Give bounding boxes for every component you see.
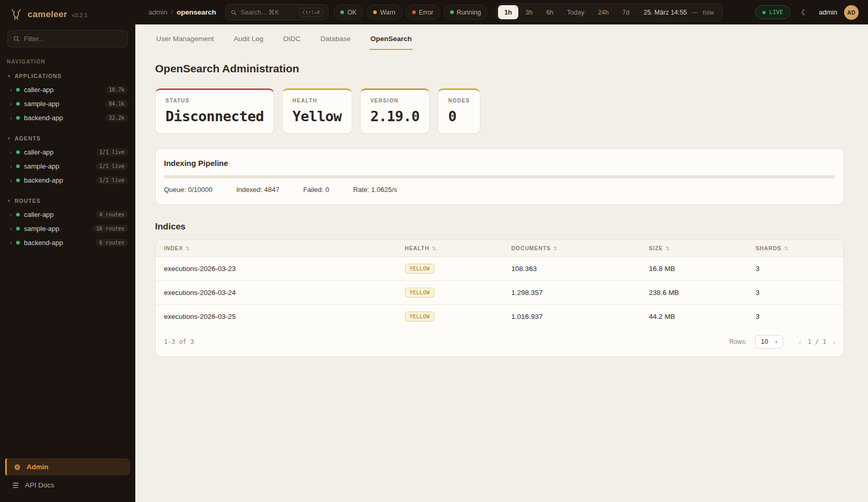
- status-dot: [16, 116, 20, 120]
- item-badge: 32.2k: [105, 114, 128, 122]
- health-badge: YELLOW: [405, 288, 435, 298]
- tab-audit-log[interactable]: Audit Log: [233, 32, 264, 50]
- moon-icon: ☾: [801, 8, 808, 17]
- cell-shards: 3: [747, 281, 844, 305]
- topbar-right: LIVE ☾ admin AD: [755, 5, 859, 20]
- chevron-right-icon: ›: [10, 240, 12, 246]
- group-header-routes[interactable]: ▼ ROUTES: [0, 195, 135, 208]
- table-header-row: INDEX⇅ HEALTH⇅ DOCUMENTS⇅ SIZE⇅ SHARDS⇅: [156, 240, 844, 257]
- sort-icon: ⇅: [186, 246, 190, 251]
- tab-oidc[interactable]: OIDC: [282, 32, 302, 50]
- theme-toggle-button[interactable]: ☾: [797, 5, 812, 20]
- item-badge: 1/1 live: [96, 148, 128, 156]
- column-header-documents[interactable]: DOCUMENTS⇅: [503, 240, 641, 257]
- next-page-button[interactable]: ›: [833, 338, 835, 346]
- global-search-input[interactable]: Search... ⌘K Ctrl+K: [225, 4, 328, 20]
- column-header-health[interactable]: HEALTH⇅: [397, 240, 503, 257]
- cell-shards: 3: [747, 305, 844, 329]
- stat-label: HEALTH: [292, 98, 342, 104]
- time-range-display[interactable]: 25. März 14:55 — now: [637, 9, 721, 16]
- sidebar-item-api-docs[interactable]: ☰ API Docs: [5, 477, 130, 494]
- item-label: sample-app: [24, 100, 101, 108]
- time-range-7d[interactable]: 7d: [616, 5, 636, 19]
- time-range-1h[interactable]: 1h: [498, 5, 518, 19]
- sidebar-item-agents-caller-app[interactable]: › caller-app 1/1 live: [0, 145, 135, 159]
- error-status-dot: [412, 10, 416, 14]
- avatar[interactable]: AD: [844, 5, 859, 20]
- cell-documents: 1.016.937: [503, 305, 641, 329]
- gear-icon: ⚙: [13, 464, 21, 471]
- tab-database[interactable]: Database: [320, 32, 352, 50]
- tab-opensearch[interactable]: OpenSearch: [369, 32, 413, 50]
- search-shortcut-badge: Ctrl+K: [299, 8, 323, 17]
- search-placeholder: Search... ⌘K: [240, 8, 279, 16]
- live-indicator[interactable]: LIVE: [755, 5, 790, 19]
- pipeline-progress-bar: [164, 175, 835, 178]
- sidebar-item-agents-sample-app[interactable]: › sample-app 1/1 live: [0, 159, 135, 173]
- sidebar-item-routes-caller-app[interactable]: › caller-app 4 routes: [0, 208, 135, 222]
- filter-chip-warn[interactable]: Warn: [366, 5, 402, 20]
- status-dot: [16, 150, 20, 154]
- sidebar-item-routes-backend-app[interactable]: › backend-app 6 routes: [0, 236, 135, 250]
- table-row[interactable]: executions-2026-03-23 YELLOW 108.363 16.…: [156, 257, 844, 281]
- time-range-today[interactable]: Today: [561, 5, 591, 19]
- sidebar: cameleer v3.2.1 NAVIGATION ▼ APPLICATION…: [0, 0, 135, 502]
- breadcrumb-parent[interactable]: admin: [148, 8, 168, 16]
- filter-chip-running[interactable]: Running: [443, 5, 488, 20]
- chevron-down-icon: ▾: [775, 340, 777, 344]
- sidebar-item-admin[interactable]: ⚙ Admin: [5, 458, 130, 475]
- sidebar-item-agents-backend-app[interactable]: › backend-app 1/1 live: [0, 173, 135, 187]
- list-icon: ☰: [11, 482, 20, 489]
- brand-name: cameleer: [28, 9, 67, 20]
- chevron-down-icon: ▼: [7, 74, 11, 79]
- user-name: admin: [819, 8, 837, 16]
- chevron-right-icon: ›: [10, 226, 12, 232]
- previous-page-button[interactable]: ‹: [799, 338, 801, 346]
- nav-group-applications: ▼ APPLICATIONS › caller-app 10.7k › samp…: [0, 70, 135, 125]
- indices-title: Indices: [155, 222, 844, 232]
- sidebar-item-applications-backend-app[interactable]: › backend-app 32.2k: [0, 111, 135, 125]
- time-range-6h[interactable]: 6h: [540, 5, 560, 19]
- indexing-pipeline-card: Indexing Pipeline Queue: 0/10000 Indexed…: [155, 148, 844, 205]
- rows-per-page-select[interactable]: 10 ▾: [755, 335, 783, 349]
- sidebar-item-applications-caller-app[interactable]: › caller-app 10.7k: [0, 83, 135, 97]
- column-header-size[interactable]: SIZE⇅: [641, 240, 747, 257]
- group-header-agents[interactable]: ▼ AGENTS: [0, 132, 135, 145]
- sidebar-item-applications-sample-app[interactable]: › sample-app 84.1k: [0, 97, 135, 111]
- stat-value-version: 2.19.0: [371, 108, 420, 124]
- sidebar-item-routes-sample-app[interactable]: › sample-app 16 routes: [0, 222, 135, 236]
- breadcrumb-current: opensearch: [177, 8, 216, 16]
- filter-chip-ok[interactable]: OK: [334, 5, 363, 20]
- page-title: OpenSearch Administration: [155, 62, 844, 75]
- topbar: admin / opensearch Search... ⌘K Ctrl+K O…: [135, 0, 868, 24]
- status-dot: [16, 227, 20, 230]
- group-label: APPLICATIONS: [15, 73, 62, 79]
- column-header-shards[interactable]: SHARDS⇅: [747, 240, 844, 257]
- column-header-index[interactable]: INDEX⇅: [156, 240, 397, 257]
- time-range-3h[interactable]: 3h: [519, 5, 539, 19]
- item-label: caller-app: [24, 148, 92, 156]
- filter-input[interactable]: [24, 35, 122, 43]
- row-range-text: 1-3 of 3: [164, 338, 194, 345]
- table-row[interactable]: executions-2026-03-24 YELLOW 1.298.357 2…: [156, 281, 844, 305]
- item-label: backend-app: [24, 239, 92, 247]
- tab-user-management[interactable]: User Management: [155, 32, 215, 50]
- item-badge: 4 routes: [96, 211, 128, 218]
- admin-label: Admin: [27, 463, 48, 471]
- stat-card-health: HEALTH Yellow: [282, 88, 352, 134]
- group-label: ROUTES: [15, 198, 41, 204]
- stat-value-nodes: 0: [448, 108, 470, 124]
- pipeline-stats: Queue: 0/10000 Indexed: 4847 Failed: 0 R…: [164, 186, 835, 194]
- time-range-24h[interactable]: 24h: [592, 5, 615, 19]
- item-badge: 1/1 live: [96, 176, 128, 184]
- nav-group-routes: ▼ ROUTES › caller-app 4 routes › sample-…: [0, 195, 135, 250]
- cell-size: 16.8 MB: [641, 257, 747, 281]
- sort-icon: ⇅: [432, 246, 437, 251]
- chevron-right-icon: ›: [10, 115, 12, 121]
- chevron-down-icon: ▼: [7, 199, 11, 203]
- logo[interactable]: cameleer v3.2.1: [0, 0, 135, 28]
- group-header-applications[interactable]: ▼ APPLICATIONS: [0, 70, 135, 83]
- table-row[interactable]: executions-2026-03-25 YELLOW 1.016.937 4…: [156, 305, 844, 329]
- chip-label: Running: [457, 9, 481, 16]
- filter-chip-error[interactable]: Error: [405, 5, 440, 20]
